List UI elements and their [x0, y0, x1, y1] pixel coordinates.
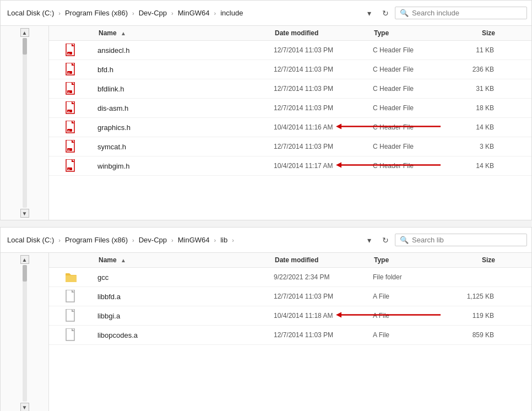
file-name-disasm: dis-asm.h [97, 104, 274, 112]
breadcrumb-item-program-files[interactable]: Program Files (x86) [63, 8, 130, 18]
bottom-scroll-down[interactable]: ▼ [20, 403, 29, 411]
bottom-sort-arrow: ▲ [121, 257, 126, 263]
bottom-table-header: Name ▲ Date modified Type Size [49, 253, 531, 268]
top-refresh-button[interactable]: ↻ [378, 6, 393, 20]
bottom-file-rows-container: gcc 9/22/2021 2:34 PM File folder [49, 268, 531, 345]
table-row[interactable]: H bfd.h 12/7/2014 11:03 PM C Header File… [49, 60, 531, 79]
breadcrumb-item-mingw64[interactable]: MinGW64 [176, 8, 212, 18]
file-date-libbgi: 10/4/2014 11:18 AM [274, 312, 373, 320]
bottom-breadcrumb-sep-1: › [57, 237, 62, 244]
file-type-bfdlink: C Header File [373, 85, 450, 93]
table-row[interactable]: H bfdlink.h 12/7/2014 11:03 PM C Header … [49, 79, 531, 99]
file-icon-libbgi [64, 309, 78, 322]
bottom-dropdown-button[interactable]: ▾ [362, 233, 376, 247]
file-icon-disasm: H [64, 101, 78, 115]
file-size-ansidecl: 11 KB [450, 46, 494, 54]
file-icon-libopcodes [64, 328, 78, 342]
bottom-col-name: Name ▲ [99, 256, 275, 264]
breadcrumb-sep-1: › [57, 10, 62, 17]
file-date-graphics: 10/4/2014 11:16 AM [274, 123, 373, 131]
bottom-main-content: Name ▲ Date modified Type Size [49, 253, 531, 411]
top-dropdown-button[interactable]: ▾ [362, 6, 376, 20]
top-scroll-up[interactable]: ▲ [20, 28, 29, 37]
breadcrumb-item-dev-cpp[interactable]: Dev-Cpp [137, 8, 169, 18]
bottom-scroll-track[interactable] [23, 265, 27, 402]
svg-text:H: H [68, 110, 70, 113]
bottom-breadcrumb-sep-2: › [131, 237, 135, 244]
file-icon-libbfd [64, 290, 78, 303]
file-type-libbfd: A File [373, 293, 450, 300]
svg-text:H: H [68, 72, 70, 74]
svg-text:H: H [68, 52, 70, 55]
bottom-pane: Local Disk (C:) › Program Files (x86) › … [0, 227, 532, 411]
breadcrumb-sep-3: › [170, 10, 175, 17]
breadcrumb-sep-4: › [213, 10, 218, 17]
pane-divider [0, 220, 532, 224]
bottom-refresh-button[interactable]: ↻ [378, 233, 393, 247]
bottom-col-date: Date modified [275, 256, 374, 264]
bottom-search-box[interactable]: 🔍 [395, 234, 527, 246]
svg-text:H: H [68, 91, 70, 94]
file-date-bfd: 12/7/2014 11:03 PM [274, 66, 373, 73]
file-name-libbgi: libbgi.a [97, 312, 274, 320]
top-search-box[interactable]: 🔍 [395, 7, 527, 19]
bottom-breadcrumb-item-dev-cpp[interactable]: Dev-Cpp [137, 235, 169, 245]
top-file-rows-container: H ansidecl.h 12/7/2014 11:03 PM C Header… [49, 41, 531, 176]
top-scroll-thumb[interactable] [23, 38, 27, 55]
file-size-symcat: 3 KB [450, 143, 494, 150]
table-row[interactable]: H ansidecl.h 12/7/2014 11:03 PM C Header… [49, 41, 531, 60]
top-col-name: Name ▲ [99, 29, 275, 37]
top-sort-arrow: ▲ [121, 30, 126, 36]
bottom-address-bar: Local Disk (C:) › Program Files (x86) › … [1, 228, 531, 253]
bottom-breadcrumb-item-program-files[interactable]: Program Files (x86) [63, 235, 130, 245]
folder-icon-gcc [64, 271, 78, 284]
table-row[interactable]: H symcat.h 12/7/2014 11:03 PM C Header F… [49, 137, 531, 156]
file-type-winbgim: C Header File [373, 162, 450, 170]
file-size-bfd: 236 KB [450, 66, 494, 73]
file-date-winbgim: 10/4/2014 11:17 AM [274, 162, 373, 170]
top-table-header: Name ▲ Date modified Type Size [49, 26, 531, 41]
file-type-bfd: C Header File [373, 66, 450, 73]
top-scroll-track[interactable] [23, 38, 27, 208]
bottom-address-controls: ▾ ↻ [362, 233, 393, 247]
top-file-area: ▲ ▼ Name ▲ Date modified Type Size [1, 26, 531, 220]
file-date-symcat: 12/7/2014 11:03 PM [274, 143, 373, 150]
file-date-ansidecl: 12/7/2014 11:03 PM [274, 46, 373, 54]
table-row[interactable]: H graphics.h 10/4/2014 11:16 AM C Header… [49, 118, 531, 137]
bottom-breadcrumb-item-mingw64[interactable]: MinGW64 [176, 235, 212, 245]
file-type-libbgi: A File [373, 312, 450, 320]
file-name-bfd: bfd.h [97, 66, 274, 74]
top-main-content: Name ▲ Date modified Type Size [49, 26, 531, 220]
bottom-breadcrumb-sep-3: › [170, 237, 175, 244]
bottom-search-icon: 🔍 [400, 236, 409, 244]
file-date-gcc: 9/22/2021 2:34 PM [274, 273, 373, 281]
svg-text:H: H [68, 149, 70, 152]
bottom-file-area: ▲ ▼ Name ▲ Date modified Type Size [1, 253, 531, 411]
table-row[interactable]: libbgi.a 10/4/2014 11:18 AM A File 119 K… [49, 306, 531, 326]
table-row[interactable]: H dis-asm.h 12/7/2014 11:03 PM C Header … [49, 99, 531, 118]
breadcrumb-item-local-disk[interactable]: Local Disk (C:) [5, 8, 56, 18]
bottom-scroll-thumb[interactable] [23, 265, 27, 282]
top-search-input[interactable] [412, 9, 522, 17]
file-name-bfdlink: bfdlink.h [97, 85, 274, 93]
bottom-search-input[interactable] [412, 236, 522, 244]
top-scroll-down[interactable]: ▼ [20, 209, 29, 218]
top-left-scroll: ▲ ▼ [1, 26, 49, 220]
table-row[interactable]: libopcodes.a 12/7/2014 11:03 PM A File 8… [49, 326, 531, 345]
file-date-libopcodes: 12/7/2014 11:03 PM [274, 331, 373, 339]
file-name-graphics: graphics.h [97, 123, 274, 132]
file-type-gcc: File folder [373, 273, 450, 281]
breadcrumb-item-include[interactable]: include [218, 8, 245, 18]
file-icon-symcat: H [64, 140, 78, 153]
bottom-breadcrumb-item-lib[interactable]: lib [218, 235, 230, 245]
file-icon-bfdlink: H [64, 82, 78, 95]
table-row[interactable]: H winbgim.h 10/4/2014 11:17 AM C Header … [49, 156, 531, 176]
table-row[interactable]: libbfd.a 12/7/2014 11:03 PM A File 1,125… [49, 287, 531, 306]
file-size-disasm: 18 KB [450, 104, 494, 112]
bottom-scroll-up[interactable]: ▲ [20, 255, 29, 264]
top-address-bar: Local Disk (C:) › Program Files (x86) › … [1, 1, 531, 26]
bottom-breadcrumb-item-local-disk[interactable]: Local Disk (C:) [5, 235, 56, 245]
file-size-winbgim: 14 KB [450, 162, 494, 170]
file-size-libopcodes: 859 KB [450, 331, 494, 339]
table-row[interactable]: gcc 9/22/2021 2:34 PM File folder [49, 268, 531, 287]
